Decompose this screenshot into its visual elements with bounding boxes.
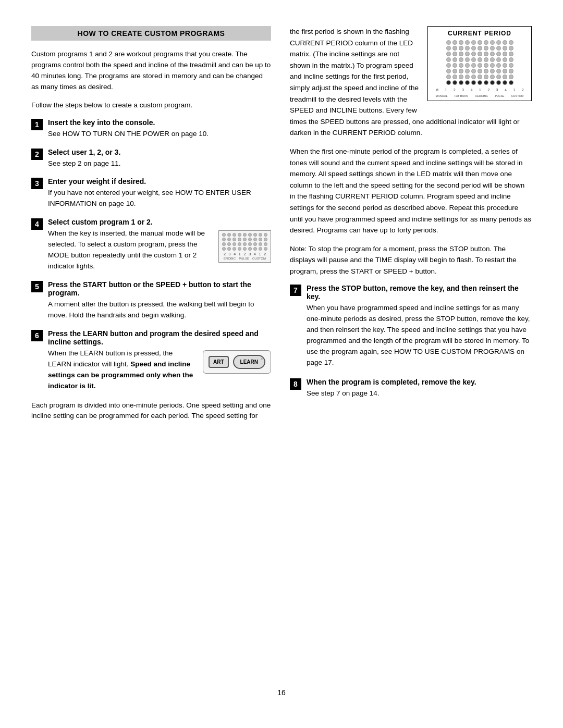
cp-label-4b: 4 [505,88,507,92]
bottom-continued-text: Each program is divided into one-minute … [31,400,271,422]
led-dot [232,247,236,251]
cp-dot [496,52,501,56]
cp-row-5 [432,63,527,68]
led-dot [253,247,257,251]
cp-dot-on [503,80,507,85]
cp-dot [509,52,513,56]
cp-label-2b: 2 [487,88,489,92]
step-5-content: Press the START button or the SPEED + bu… [48,280,271,324]
cp-label-3b: 3 [496,88,498,92]
cp-dot [484,52,488,56]
cp-label-1b: 1 [479,88,481,92]
cp-dot-on [471,80,476,85]
led-dot [227,233,231,237]
led-dot [227,238,231,241]
label-custom2: CUSTOM [511,94,524,97]
right-text-with-diagram: CURRENT PERIOD [290,26,532,146]
step-4-with-image: When the key is inserted, the manual mod… [48,228,271,275]
learn-button-art: LEARN [233,355,265,369]
step-3: 3 Enter your weight if desired. If you h… [31,177,271,213]
step-2-title: Select user 1, 2, or 3. [48,148,271,156]
led-dot [222,242,226,246]
cp-dot [509,69,513,73]
led-dot [253,233,257,237]
led-label-4: 4 [234,252,236,256]
led-dot [238,242,241,246]
cp-dot [459,46,463,51]
step-7-title: Press the STOP button, remove the key, a… [307,284,532,301]
cp-dot-on [459,80,463,85]
step-8: 8 When the program is completed, remove … [290,378,532,402]
cp-row-3 [432,52,527,56]
step-3-content: Enter your weight if desired. If you hav… [48,177,271,213]
cp-dot [446,52,451,56]
learn-button-illustration: ART LEARN [203,348,271,374]
led-dot [238,238,241,241]
step-1-content: Insert the key into the console. See HOW… [48,118,271,143]
page: HOW TO CREATE CUSTOM PROGRAMS Custom pro… [0,0,563,728]
step-5-number: 5 [31,281,43,292]
cp-dot [503,57,507,62]
label-fat-burn: FAT BURN [455,94,469,97]
cp-label-4: 4 [471,88,473,92]
cp-label-2: 2 [454,88,456,92]
step-3-title: Enter your weight if desired. [48,177,271,186]
step-7-body: When you have programmed speed and incli… [307,303,532,368]
cp-dot [484,69,488,73]
step-7: 7 Press the STOP button, remove the key,… [290,284,532,372]
step-4-image: 2 3 4 1 2 3 4 1 2 [218,228,271,263]
led-dot [232,233,236,237]
led-label-1: 1 [239,252,241,256]
cp-dot [503,75,507,79]
cp-matrix: M 1 2 3 4 1 2 3 4 1 2 [432,40,527,97]
cp-dot-on [496,80,501,85]
cp-dot-on [478,80,482,85]
page-number: 16 [31,688,532,697]
cp-label-1c: 1 [513,88,516,92]
cp-dot [490,75,495,79]
cp-dot [503,52,507,56]
step-1-title: Insert the key into the console. [48,118,271,127]
cp-row-1 [432,40,527,45]
cp-dot [452,69,457,73]
step-5-title: Press the START button or the SPEED + bu… [48,280,271,297]
step-4: 4 Select custom program 1 or 2. When the… [31,218,271,275]
cp-dot [459,52,463,56]
step-6-content: Press the LEARN button and program the d… [48,329,271,395]
step-6-text: When the LEARN button is pressed, the LE… [48,348,198,395]
cp-dot [503,63,507,68]
cp-dot [446,69,451,73]
led-label-3b: 3 [249,252,251,256]
cp-dot [471,40,476,45]
cp-dot [471,69,476,73]
cp-dot [496,57,501,62]
right-steps: 7 Press the STOP button, remove the key,… [290,284,532,402]
led-dot [259,238,262,241]
step-3-body: If you have not entered your weight, see… [48,188,271,209]
label-custom: CUSTOM [252,257,266,260]
cp-dot [490,46,495,51]
cp-dot [478,69,482,73]
current-period-diagram: CURRENT PERIOD [427,26,532,101]
led-dot [253,242,257,246]
right-note: Note: To stop the program for a moment, … [290,243,532,277]
cp-dot [490,63,495,68]
step-8-title: When the program is completed, remove th… [307,378,532,386]
cp-dot-on [484,80,488,85]
cp-dot [478,57,482,62]
cp-dot [471,63,476,68]
start-button-art: ART [209,356,229,368]
led-label-3: 3 [229,252,231,256]
cp-dot [465,40,470,45]
step-1: 1 Insert the key into the console. See H… [31,118,271,143]
step-4-title: Select custom program 1 or 2. [48,218,271,226]
cp-dot [484,75,488,79]
led-dot [248,233,252,237]
cp-dot [446,63,451,68]
cp-dot [503,69,507,73]
cp-dot [490,57,495,62]
led-dot [248,242,252,246]
cp-dot [465,52,470,56]
cp-dot [496,69,501,73]
cp-dot [503,46,507,51]
